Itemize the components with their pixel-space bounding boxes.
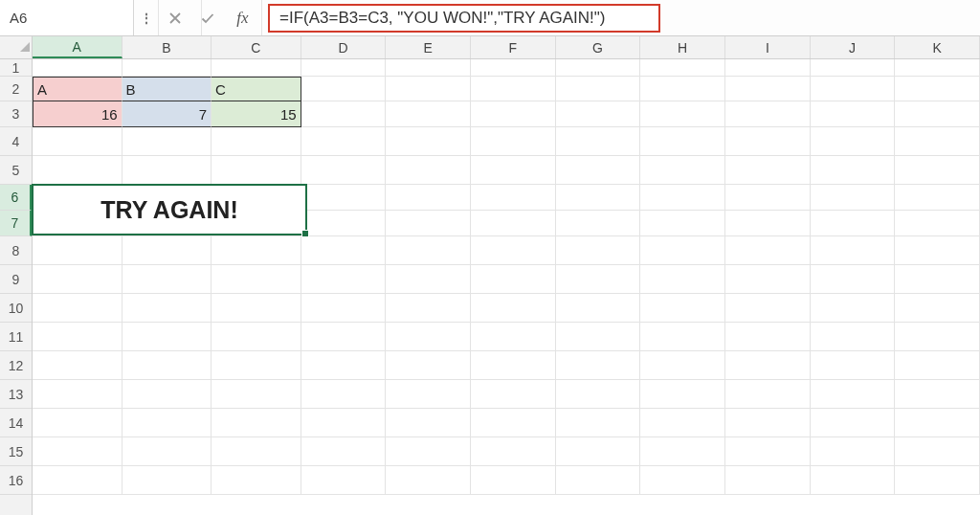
cell-E2[interactable] xyxy=(386,77,471,101)
cell-E4[interactable] xyxy=(386,127,471,156)
cell-F13[interactable] xyxy=(471,380,556,409)
cell-H3[interactable] xyxy=(640,101,725,127)
cell-D8[interactable] xyxy=(301,236,387,265)
cell-F9[interactable] xyxy=(471,265,556,294)
column-header-C[interactable]: C xyxy=(212,36,301,58)
cell-H10[interactable] xyxy=(640,294,725,323)
column-header-F[interactable]: F xyxy=(471,36,556,58)
cell-B13[interactable] xyxy=(122,380,212,409)
cell-A15[interactable] xyxy=(33,437,122,466)
cells-area[interactable]: ABC16715 TRY AGAIN! xyxy=(33,59,980,515)
cell-G10[interactable] xyxy=(556,294,641,323)
cell-E9[interactable] xyxy=(386,265,471,294)
cell-H13[interactable] xyxy=(640,380,725,409)
cell-C10[interactable] xyxy=(212,294,301,323)
cell-G3[interactable] xyxy=(556,101,641,127)
name-box-dropdown[interactable] xyxy=(201,0,202,35)
cell-K1[interactable] xyxy=(895,59,980,77)
select-all-corner[interactable] xyxy=(0,36,33,59)
row-header-10[interactable]: 10 xyxy=(0,294,32,323)
formula-text[interactable]: =IF(A3=B3=C3, "YOU WON!","TRY AGAIN!") xyxy=(268,4,660,33)
cell-E8[interactable] xyxy=(386,236,471,265)
column-header-E[interactable]: E xyxy=(386,36,471,58)
cell-C14[interactable] xyxy=(212,409,301,437)
cell-J13[interactable] xyxy=(811,380,896,409)
cell-J6[interactable] xyxy=(811,185,896,211)
cell-H15[interactable] xyxy=(640,437,725,466)
row-header-5[interactable]: 5 xyxy=(0,156,32,185)
cell-H12[interactable] xyxy=(640,351,725,380)
cell-K16[interactable] xyxy=(895,466,980,495)
cell-H2[interactable] xyxy=(640,77,725,101)
cell-G11[interactable] xyxy=(556,323,641,351)
cell-G16[interactable] xyxy=(556,466,641,495)
cell-A14[interactable] xyxy=(33,409,122,437)
cell-C12[interactable] xyxy=(212,351,301,380)
cell-C3[interactable]: 15 xyxy=(212,101,301,127)
cell-F14[interactable] xyxy=(471,409,556,437)
cell-A1[interactable] xyxy=(33,59,122,77)
row-header-12[interactable]: 12 xyxy=(0,351,32,380)
cell-I14[interactable] xyxy=(725,409,811,437)
cell-B10[interactable] xyxy=(122,294,212,323)
cell-J4[interactable] xyxy=(811,127,896,156)
cell-G5[interactable] xyxy=(556,156,641,185)
cell-C16[interactable] xyxy=(212,466,301,495)
cell-F4[interactable] xyxy=(471,127,556,156)
cell-G14[interactable] xyxy=(556,409,641,437)
column-header-A[interactable]: A xyxy=(33,36,122,58)
cell-I1[interactable] xyxy=(725,59,811,77)
cell-J10[interactable] xyxy=(811,294,896,323)
row-header-1[interactable]: 1 xyxy=(0,59,32,77)
cell-I6[interactable] xyxy=(725,185,811,211)
cell-G13[interactable] xyxy=(556,380,641,409)
cell-K10[interactable] xyxy=(895,294,980,323)
name-box[interactable] xyxy=(0,10,201,26)
cell-J3[interactable] xyxy=(811,101,896,127)
cell-E11[interactable] xyxy=(386,323,471,351)
cell-C8[interactable] xyxy=(212,236,301,265)
cell-J8[interactable] xyxy=(811,236,896,265)
cell-H9[interactable] xyxy=(640,265,725,294)
cell-B8[interactable] xyxy=(122,236,212,265)
cell-A11[interactable] xyxy=(33,323,122,351)
cell-E14[interactable] xyxy=(386,409,471,437)
cell-B15[interactable] xyxy=(122,437,212,466)
cell-K9[interactable] xyxy=(895,265,980,294)
row-header-6[interactable]: 6 xyxy=(0,185,32,211)
cell-C4[interactable] xyxy=(212,127,301,156)
row-header-9[interactable]: 9 xyxy=(0,265,32,294)
cell-B2[interactable]: B xyxy=(122,77,212,101)
cell-B9[interactable] xyxy=(122,265,212,294)
cell-I8[interactable] xyxy=(725,236,811,265)
cell-G1[interactable] xyxy=(556,59,641,77)
selected-merged-cell[interactable]: TRY AGAIN! xyxy=(32,184,307,235)
cell-G7[interactable] xyxy=(556,211,641,236)
cell-E15[interactable] xyxy=(386,437,471,466)
cell-A10[interactable] xyxy=(33,294,122,323)
cell-E6[interactable] xyxy=(386,185,471,211)
cell-K6[interactable] xyxy=(895,185,980,211)
cell-B12[interactable] xyxy=(122,351,212,380)
cell-K3[interactable] xyxy=(895,101,980,127)
cell-D5[interactable] xyxy=(301,156,387,185)
cell-G12[interactable] xyxy=(556,351,641,380)
cell-D11[interactable] xyxy=(301,323,387,351)
cell-D7[interactable] xyxy=(301,211,387,236)
cell-E3[interactable] xyxy=(386,101,471,127)
cell-D10[interactable] xyxy=(301,294,387,323)
cell-G15[interactable] xyxy=(556,437,641,466)
cell-J5[interactable] xyxy=(811,156,896,185)
cell-I16[interactable] xyxy=(725,466,811,495)
cell-D2[interactable] xyxy=(301,77,387,101)
cell-J1[interactable] xyxy=(811,59,896,77)
cell-G4[interactable] xyxy=(556,127,641,156)
cell-C5[interactable] xyxy=(212,156,301,185)
cell-H11[interactable] xyxy=(640,323,725,351)
cell-C13[interactable] xyxy=(212,380,301,409)
cell-F3[interactable] xyxy=(471,101,556,127)
row-header-14[interactable]: 14 xyxy=(0,409,32,437)
cell-K8[interactable] xyxy=(895,236,980,265)
cell-K12[interactable] xyxy=(895,351,980,380)
cell-K14[interactable] xyxy=(895,409,980,437)
